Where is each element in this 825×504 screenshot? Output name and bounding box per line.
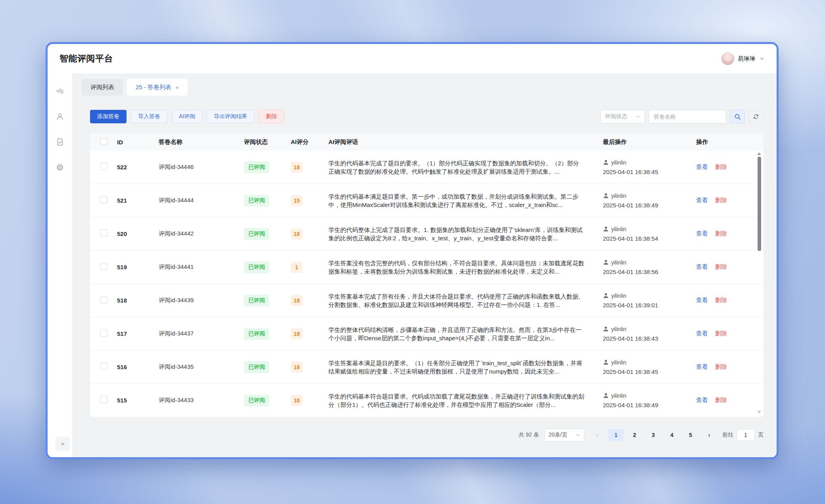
sidebar-item-review-tasks[interactable] xyxy=(53,84,67,98)
scrollbar-thumb[interactable] xyxy=(758,157,761,251)
view-link[interactable]: 查看 xyxy=(696,230,708,238)
page-button-2[interactable]: 2 xyxy=(627,429,642,441)
row-id: 522 xyxy=(117,164,159,171)
row-comment: 学生答案基本完成了所有任务，并且大体符合题目要求。代码使用了正确的库和函数来载入… xyxy=(328,292,603,309)
page-number-list: 12345 xyxy=(608,429,698,441)
view-link[interactable]: 查看 xyxy=(696,330,708,337)
tab-bar: 评阅列表 25 - 答卷列表 × xyxy=(82,79,764,96)
person-icon xyxy=(603,159,609,165)
view-link[interactable]: 查看 xyxy=(696,197,708,204)
row-time: 2025-04-01 16:38:49 xyxy=(603,402,696,408)
prev-page-button[interactable]: ‹ xyxy=(590,429,605,441)
status-badge: 已评阅 xyxy=(244,328,269,340)
scroll-down-icon[interactable] xyxy=(757,411,761,414)
delete-link[interactable]: 删除 xyxy=(715,163,727,171)
header-comment: AI评阅评语 xyxy=(328,138,603,146)
sidebar xyxy=(48,73,72,457)
ai-review-button[interactable]: AI评阅 xyxy=(172,110,202,123)
view-link[interactable]: 查看 xyxy=(696,263,708,271)
page-size-select[interactable]: 20条/页 xyxy=(545,429,584,441)
table-row: 519 评阅id-34441 已评阅 1 学生答案没有包含完整的代码，仅有部分结… xyxy=(90,250,764,284)
sidebar-item-settings[interactable] xyxy=(53,161,67,174)
row-time: 2025-04-01 16:38:49 xyxy=(603,202,696,209)
row-checkbox[interactable] xyxy=(100,163,107,170)
person-icon xyxy=(603,193,609,199)
row-comment: 学生的代码基本符合题目要求。代码成功加载了鸢尾花数据集，并正确进行了训练集和测试… xyxy=(328,392,603,409)
score-badge: 18 xyxy=(291,328,303,339)
view-link[interactable]: 查看 xyxy=(696,297,708,304)
row-last-operation: yilinlin 2025-04-01 16:38:56 xyxy=(603,259,696,275)
header-last-operation: 最后操作 xyxy=(603,138,696,146)
row-name: 评阅id-34446 xyxy=(159,163,244,171)
row-id: 521 xyxy=(117,197,159,204)
sidebar-expand-button[interactable]: » xyxy=(56,437,70,451)
page-button-1[interactable]: 1 xyxy=(608,429,624,441)
select-all-checkbox[interactable] xyxy=(100,138,107,145)
view-link[interactable]: 查看 xyxy=(696,163,708,171)
tab-answer-list[interactable]: 25 - 答卷列表 × xyxy=(127,79,188,96)
delete-link[interactable]: 删除 xyxy=(715,230,727,238)
row-checkbox[interactable] xyxy=(100,363,107,370)
row-checkbox[interactable] xyxy=(100,196,107,203)
status-badge: 已评阅 xyxy=(244,395,269,406)
sidebar-item-users[interactable] xyxy=(53,110,67,123)
user-name: 易琳琳 xyxy=(738,55,756,63)
row-time: 2025-04-01 16:39:01 xyxy=(603,302,696,309)
table-row: 518 评阅id-34439 已评阅 18 学生答案基本完成了所有任务，并且大体… xyxy=(90,284,764,317)
table-row: 521 评阅id-34444 已评阅 15 学生的代码基本满足题目要求。第一步中… xyxy=(90,184,764,217)
next-page-button[interactable]: › xyxy=(702,429,717,441)
person-icon xyxy=(603,326,609,332)
row-checkbox[interactable] xyxy=(100,330,107,337)
row-checkbox[interactable] xyxy=(100,263,107,270)
status-badge: 已评阅 xyxy=(244,261,269,273)
delete-link[interactable]: 删除 xyxy=(715,397,727,404)
view-link[interactable]: 查看 xyxy=(696,363,708,371)
row-name: 评阅id-34444 xyxy=(159,197,244,204)
page-button-3[interactable]: 3 xyxy=(646,429,661,441)
delete-link[interactable]: 删除 xyxy=(715,197,727,204)
person-icon xyxy=(603,359,609,365)
user-menu[interactable]: 易琳琳 xyxy=(721,52,765,65)
row-actions: 查看 删除 xyxy=(696,297,756,304)
page-button-4[interactable]: 4 xyxy=(664,429,679,441)
row-checkbox[interactable] xyxy=(100,396,107,403)
scroll-up-icon[interactable] xyxy=(757,152,761,155)
delete-link[interactable]: 删除 xyxy=(715,330,727,337)
row-operator: yilinlin xyxy=(611,159,626,166)
pagination: 共 92 条 20条/页 ‹ 12345 › 前往 页 xyxy=(90,429,764,441)
add-answer-button[interactable]: 添加答卷 xyxy=(90,110,127,123)
export-results-button[interactable]: 导出评阅结果 xyxy=(207,110,254,123)
delete-button[interactable]: 删除 xyxy=(259,110,284,123)
import-answer-button[interactable]: 导入答卷 xyxy=(131,110,167,123)
row-id: 519 xyxy=(117,264,159,270)
row-operator: yilinlin xyxy=(611,259,626,266)
search-button[interactable] xyxy=(730,110,745,123)
row-name: 评阅id-34437 xyxy=(159,330,244,337)
row-actions: 查看 删除 xyxy=(696,363,756,371)
table-scrollbar[interactable] xyxy=(757,152,762,414)
table-row: 520 评阅id-34442 已评阅 18 学生的代码整体上完成了题目要求。1.… xyxy=(90,217,764,250)
status-badge: 已评阅 xyxy=(244,361,269,373)
avatar[interactable] xyxy=(721,52,734,65)
row-actions: 查看 删除 xyxy=(696,163,756,171)
delete-link[interactable]: 删除 xyxy=(715,263,727,271)
goto-page-input[interactable] xyxy=(737,429,755,441)
delete-link[interactable]: 删除 xyxy=(715,363,727,371)
sidebar-item-answer-sheets[interactable] xyxy=(53,135,67,149)
row-checkbox[interactable] xyxy=(100,230,107,237)
row-operator: yilinlin xyxy=(611,226,626,232)
status-filter-select[interactable]: 评阅状态 xyxy=(601,110,645,123)
filters: 评阅状态 xyxy=(601,110,764,123)
close-icon[interactable]: × xyxy=(175,84,179,90)
header-status: 评阅状态 xyxy=(244,138,291,146)
answer-table: ID 答卷名称 评阅状态 AI评分 AI评阅评语 最后操作 操作 522 评阅i… xyxy=(90,133,764,417)
row-checkbox[interactable] xyxy=(100,296,107,303)
delete-link[interactable]: 删除 xyxy=(715,297,727,304)
page-button-5[interactable]: 5 xyxy=(683,429,698,441)
answer-name-input[interactable] xyxy=(648,110,726,123)
refresh-button[interactable] xyxy=(748,110,764,123)
app-window: 智能评阅平台 易琳琳 xyxy=(46,42,779,459)
user-icon xyxy=(56,112,64,121)
tab-review-list[interactable]: 评阅列表 xyxy=(82,79,123,96)
view-link[interactable]: 查看 xyxy=(696,397,708,404)
